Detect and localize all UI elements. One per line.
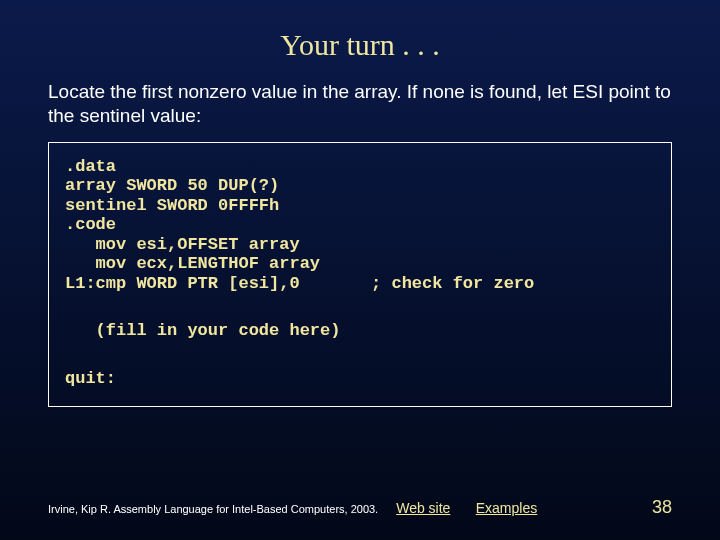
code-box: .data array SWORD 50 DUP(?) sentinel SWO… <box>48 142 672 408</box>
code-block-2: quit: <box>65 369 655 389</box>
examples-link[interactable]: Examples <box>476 500 537 516</box>
website-link[interactable]: Web site <box>396 500 450 516</box>
footer-credit: Irvine, Kip R. Assembly Language for Int… <box>48 503 378 515</box>
code-fill-placeholder: (fill in your code here) <box>65 321 655 341</box>
page-number: 38 <box>652 497 672 518</box>
slide-title: Your turn . . . <box>0 28 720 62</box>
code-block-1: .data array SWORD 50 DUP(?) sentinel SWO… <box>65 157 655 294</box>
instruction-text: Locate the first nonzero value in the ar… <box>48 80 672 128</box>
footer-links: Web site Examples <box>396 500 559 516</box>
footer: Irvine, Kip R. Assembly Language for Int… <box>48 497 672 518</box>
